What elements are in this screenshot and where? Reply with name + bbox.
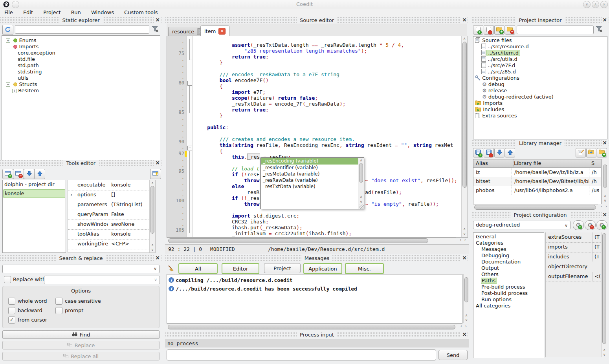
category-paths-selected[interactable]: Paths: [481, 278, 544, 284]
replace-term-combobox[interactable]: ∨: [44, 276, 160, 284]
menu-custom-tools[interactable]: Custom tools: [120, 9, 162, 15]
scroll-up-icon[interactable]: ∧: [150, 243, 155, 247]
editor-hscrollbar[interactable]: [167, 238, 456, 243]
category-categories[interactable]: Categories: [476, 240, 544, 246]
category-others[interactable]: Others: [481, 271, 544, 278]
close-panel-icon[interactable]: ×: [602, 140, 608, 146]
refresh-button[interactable]: [2, 25, 13, 35]
prop-row[interactable]: imports(T: [546, 242, 601, 252]
scroll-right-icon[interactable]: ›: [462, 238, 468, 242]
replace-all-button[interactable]: Replace all: [2, 352, 160, 360]
scroll-thumb[interactable]: [168, 325, 455, 329]
inspector-filter-input[interactable]: [517, 26, 594, 34]
replace-button[interactable]: Replace: [2, 341, 160, 349]
scroll-thumb[interactable]: [359, 163, 363, 183]
scroll-up-icon[interactable]: ∧: [358, 158, 364, 162]
collapse-icon[interactable]: −: [6, 45, 10, 49]
menu-edit[interactable]: Edit: [19, 9, 37, 15]
message-row[interactable]: i compiling /.../build/resource.d.coedit: [169, 276, 293, 285]
close-panel-icon[interactable]: ×: [154, 17, 161, 23]
tree-item-core-exception[interactable]: core.exception: [18, 50, 160, 56]
close-panel-icon[interactable]: ×: [461, 331, 468, 337]
tree-item-configurations[interactable]: Configurations: [475, 75, 607, 81]
scroll-down-icon[interactable]: ∨: [602, 199, 608, 203]
move-tool-up-button[interactable]: [34, 169, 45, 179]
library-hscrollbar[interactable]: [473, 204, 598, 210]
symbol-filter-input[interactable]: [15, 25, 149, 34]
clear-filter-icon[interactable]: [152, 26, 159, 33]
remove-folder-button[interactable]: −: [505, 25, 515, 35]
search-term-combobox[interactable]: ∨: [2, 265, 160, 273]
close-panel-icon[interactable]: ×: [602, 17, 608, 23]
column-alias[interactable]: Alias: [473, 159, 514, 167]
prop-row[interactable]: objectDirectory: [546, 262, 601, 272]
category-general[interactable]: General: [476, 234, 544, 240]
scroll-up-icon[interactable]: ∧: [150, 181, 155, 185]
prop-row[interactable]: executablekonsole: [68, 180, 155, 190]
tree-item-resitem[interactable]: + ResItem: [12, 88, 160, 94]
category-messages[interactable]: Messages: [481, 246, 544, 252]
add-folder-button[interactable]: +: [494, 25, 504, 35]
prop-row[interactable]: showWindowswoNone: [68, 219, 155, 230]
run-tool-button[interactable]: [150, 169, 161, 179]
tree-item-config[interactable]: ⚙ release: [482, 88, 607, 94]
tree-item-structs[interactable]: − Structs: [6, 81, 160, 88]
whole-word-checkbox[interactable]: [8, 298, 15, 305]
filter-misc-button[interactable]: Misc.: [345, 263, 384, 274]
prop-row[interactable]: toolAliaskonsole: [68, 229, 155, 240]
tree-item-file[interactable]: ../src/resource.d: [481, 44, 607, 50]
prop-row[interactable]: workingDire<CFP>: [68, 239, 155, 249]
backward-checkbox[interactable]: [8, 307, 15, 314]
scroll-thumb[interactable]: [474, 205, 596, 210]
close-panel-icon[interactable]: ×: [602, 212, 608, 218]
scroll-up-icon[interactable]: ∧: [464, 313, 469, 317]
clear-filter-icon[interactable]: [596, 26, 603, 33]
scroll-up-icon[interactable]: ∧: [462, 227, 467, 231]
scroll-up-icon[interactable]: ∧: [462, 37, 467, 40]
scroll-down-icon[interactable]: ∨: [602, 353, 607, 357]
close-panel-icon[interactable]: ×: [154, 255, 161, 261]
config-vscrollbar[interactable]: ∧ ∨: [601, 232, 607, 357]
from-cursor-checkbox[interactable]: ✓: [8, 316, 15, 324]
prop-row[interactable]: includes(T: [546, 252, 601, 262]
category-output[interactable]: Output: [481, 265, 544, 271]
menu-file[interactable]: File: [0, 9, 17, 15]
expand-icon[interactable]: +: [6, 38, 10, 43]
tree-item-config[interactable]: ⚙ debug: [482, 81, 607, 88]
menu-project[interactable]: Project: [39, 9, 65, 15]
completion-item[interactable]: _resIdentifier (variable): [261, 165, 358, 171]
prop-row[interactable]: outputFilename<(: [546, 272, 601, 282]
menu-windows[interactable]: Windows: [87, 9, 118, 15]
remove-source-button[interactable]: −: [484, 25, 494, 35]
completion-item[interactable]: _resRawData (variable): [261, 177, 358, 183]
scroll-thumb[interactable]: [602, 233, 606, 344]
category-pre-build[interactable]: Pre-build process: [481, 284, 544, 290]
tree-item-std-string[interactable]: std.string: [18, 69, 160, 75]
add-library-button[interactable]: +: [473, 148, 483, 157]
scroll-down-icon[interactable]: ∨: [358, 200, 364, 204]
tree-item-includes[interactable]: Includes: [475, 106, 607, 113]
tree-item-enums[interactable]: + Enums: [6, 37, 160, 44]
category-post-build[interactable]: Post-build process: [481, 290, 544, 296]
send-button[interactable]: Send: [438, 350, 468, 360]
scroll-down-icon[interactable]: ∨: [464, 318, 469, 322]
tree-item-file-selected[interactable]: ../src/item.d: [481, 50, 607, 56]
category-all[interactable]: All categories: [476, 303, 544, 309]
table-row[interactable]: phobos /usr/lib64/libphobos2.a /us: [473, 186, 601, 195]
remove-configuration-button[interactable]: ⚙−: [585, 220, 596, 230]
filter-project-button[interactable]: Project: [264, 263, 301, 273]
remove-tool-button[interactable]: −: [13, 169, 24, 179]
scroll-up-icon[interactable]: ∧: [602, 194, 608, 198]
column-sources[interactable]: S: [589, 159, 594, 167]
resize-grip-icon[interactable]: [359, 205, 364, 209]
column-library-file[interactable]: Library file: [512, 159, 591, 167]
move-library-down-button[interactable]: [494, 148, 504, 157]
category-documentation[interactable]: Documentation: [481, 259, 544, 265]
menu-run[interactable]: Run: [67, 9, 85, 15]
tree-item-source-files[interactable]: Source files: [475, 37, 607, 44]
messages-vscrollbar[interactable]: ∧ ∨: [463, 274, 469, 323]
tree-item-std-file[interactable]: std.file: [18, 56, 160, 62]
prop-row[interactable]: queryParamFalse: [68, 210, 155, 220]
table-row[interactable]: bitset /home/basile/Dev/Bitset/lib/bitse…: [473, 177, 601, 186]
prop-row[interactable]: extraSources(T: [546, 232, 601, 243]
